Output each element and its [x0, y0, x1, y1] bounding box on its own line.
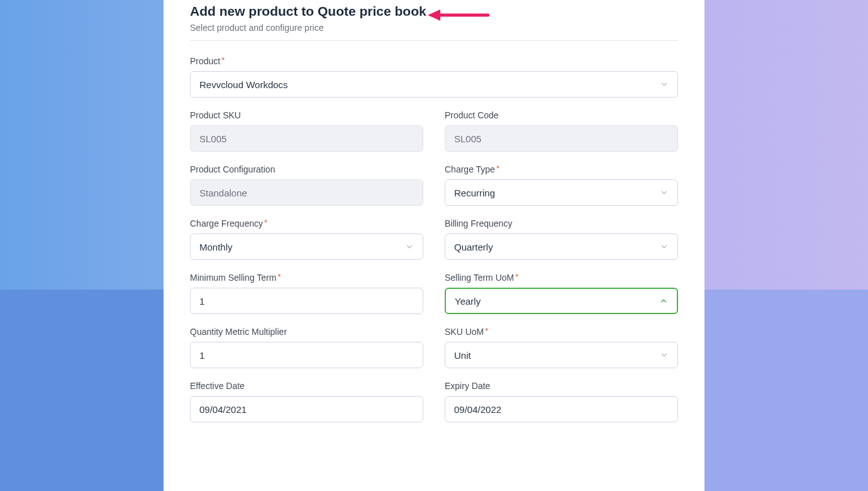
field-selling-term-uom: Selling Term UoM* Yearly	[445, 273, 678, 314]
label-product: Product*	[190, 56, 678, 66]
field-product-code: Product Code SL005	[445, 110, 678, 152]
required-icon: *	[264, 218, 267, 227]
field-product-config: Product Configuration Standalone	[190, 164, 423, 206]
label-charge-frequency: Charge Frequency*	[190, 218, 423, 229]
selling-term-uom-select[interactable]: Yearly	[445, 288, 678, 314]
product-code-input: SL005	[445, 125, 678, 152]
label-product-sku: Product SKU	[190, 110, 423, 120]
required-icon: *	[485, 326, 488, 336]
label-sku-uom: SKU UoM*	[445, 327, 678, 337]
field-sku-uom: SKU UoM* Unit	[445, 327, 678, 368]
min-selling-term-input[interactable]	[190, 288, 423, 314]
arrow-left-icon	[426, 8, 489, 23]
product-form: Product* Revvcloud Workdocs Product SKU …	[190, 56, 678, 422]
chevron-down-icon	[660, 188, 669, 197]
chevron-down-icon	[660, 351, 669, 359]
label-expiry-date: Expiry Date	[445, 381, 678, 391]
label-product-code: Product Code	[445, 110, 678, 120]
chevron-down-icon	[660, 80, 669, 89]
label-charge-type: Charge Type*	[445, 164, 678, 174]
label-selling-term-uom: Selling Term UoM*	[445, 273, 678, 283]
form-panel: Add new product to Quote price book Sele…	[164, 0, 704, 491]
sku-uom-select[interactable]: Unit	[445, 342, 678, 368]
background-block-left	[0, 290, 164, 491]
charge-frequency-select[interactable]: Monthly	[190, 234, 423, 260]
panel-title: Add new product to Quote price book	[190, 4, 426, 19]
header-divider	[190, 40, 678, 41]
chevron-up-icon	[659, 296, 668, 305]
field-billing-frequency: Billing Frequency Quarterly	[445, 218, 678, 260]
required-icon: *	[496, 164, 499, 173]
label-min-selling-term: Minimum Selling Term*	[190, 273, 423, 283]
product-config-input: Standalone	[190, 179, 423, 206]
expiry-date-input[interactable]	[445, 396, 678, 422]
effective-date-input[interactable]	[190, 396, 423, 422]
background-block-right	[704, 290, 868, 491]
annotation-arrow	[426, 8, 489, 23]
field-qty-metric-multiplier: Quantity Metric Multiplier	[190, 327, 423, 368]
field-product: Product* Revvcloud Workdocs	[190, 56, 678, 98]
label-billing-frequency: Billing Frequency	[445, 218, 678, 229]
product-select[interactable]: Revvcloud Workdocs	[190, 71, 678, 98]
field-product-sku: Product SKU SL005	[190, 110, 423, 152]
chevron-down-icon	[405, 242, 414, 251]
panel-subtitle: Select product and configure price	[190, 23, 678, 33]
label-product-config: Product Configuration	[190, 164, 423, 174]
label-effective-date: Effective Date	[190, 381, 423, 391]
charge-type-select[interactable]: Recurring	[445, 179, 678, 206]
qty-metric-multiplier-input[interactable]	[190, 342, 423, 368]
svg-marker-1	[428, 9, 440, 21]
required-icon: *	[221, 55, 225, 65]
field-charge-frequency: Charge Frequency* Monthly	[190, 218, 423, 260]
chevron-down-icon	[660, 242, 669, 251]
label-qty-metric-multiplier: Quantity Metric Multiplier	[190, 327, 423, 337]
field-effective-date: Effective Date	[190, 381, 423, 422]
required-icon: *	[515, 272, 518, 281]
required-icon: *	[277, 272, 281, 281]
billing-frequency-select[interactable]: Quarterly	[445, 234, 678, 260]
field-expiry-date: Expiry Date	[445, 381, 678, 422]
field-min-selling-term: Minimum Selling Term*	[190, 273, 423, 314]
field-charge-type: Charge Type* Recurring	[445, 164, 678, 206]
product-sku-input: SL005	[190, 125, 423, 152]
